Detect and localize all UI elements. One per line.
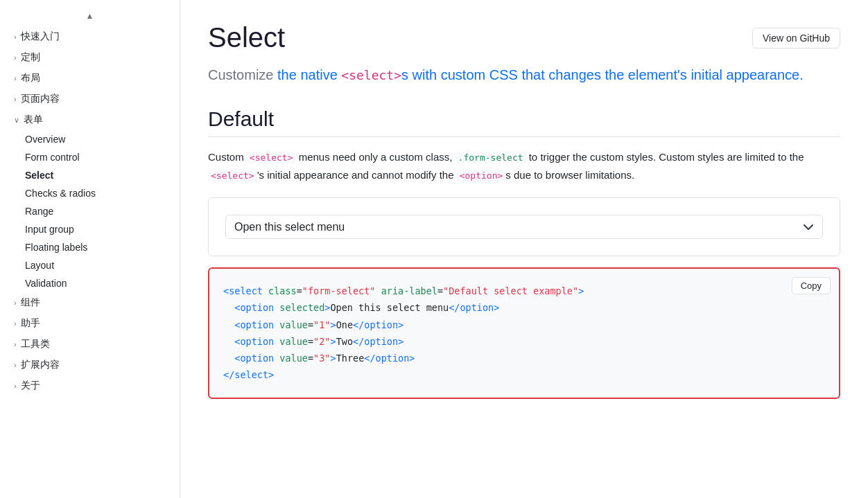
desc-text-2: menus need only a custom class, [295, 151, 455, 163]
sidebar-item-utilities[interactable]: › 工具类 [0, 334, 180, 355]
chevron-right-icon: › [14, 33, 17, 41]
sidebar-item-page-content[interactable]: › 页面内容 [0, 89, 180, 109]
desc-text-4: 's initial appearance and cannot modify … [257, 169, 457, 181]
chevron-right-icon: › [14, 53, 17, 62]
code-block-wrapper: Copy <select class="form-select" aria-la… [208, 267, 840, 399]
sidebar-item-about[interactable]: › 关于 [0, 375, 180, 396]
desc-code-select2: <select> [208, 170, 257, 181]
chevron-right-icon: › [14, 382, 17, 390]
chevron-right-icon: › [14, 340, 17, 348]
desc-code-form-select: .form-select [455, 152, 526, 163]
sidebar-label: 扩展内容 [21, 359, 60, 371]
chevron-right-icon: › [14, 74, 17, 82]
sidebar-label: 关于 [21, 380, 40, 392]
sidebar-subitem-overview[interactable]: Overview [0, 130, 180, 148]
desc-code-option: <option> [457, 170, 506, 181]
sidebar-label: 组件 [21, 296, 40, 309]
chevron-right-icon: › [14, 95, 17, 103]
copy-button[interactable]: Copy [792, 277, 831, 294]
sidebar-subitem-input-group[interactable]: Input group [0, 220, 180, 238]
subtitle-plain1: Customize [208, 67, 277, 82]
page-title-row: Select View on GitHub [208, 22, 840, 53]
subtitle-code-select: <select> [341, 68, 401, 82]
sidebar-item-layout[interactable]: › 布局 [0, 68, 180, 89]
chevron-down-icon: ∨ [14, 116, 19, 125]
sidebar-label: 定制 [21, 51, 40, 64]
sidebar-item-quick-start[interactable]: › 快速入门 [0, 26, 180, 47]
main-content: Select View on GitHub Customize the nati… [180, 0, 868, 498]
chevron-right-icon: › [14, 361, 17, 369]
subtitle: Customize the native <select>s with cust… [208, 64, 840, 85]
demo-select[interactable]: Open this select menu One Two Three [225, 215, 823, 239]
desc-text-5: s due to browser limitations. [505, 169, 634, 181]
sidebar-label: 表单 [24, 114, 43, 126]
chevron-right-icon: › [14, 299, 17, 307]
sidebar-subitem-layout[interactable]: Layout [0, 256, 180, 274]
sidebar-item-forms[interactable]: ∨ 表单 [0, 109, 180, 130]
sidebar-subitem-checks-radios[interactable]: Checks & radios [0, 184, 180, 202]
github-button[interactable]: View on GitHub [752, 28, 840, 48]
desc-text-3: to trigger the custom styles. Custom sty… [526, 151, 804, 163]
subtitle-blue2: s with custom CSS that changes the eleme… [401, 67, 804, 82]
section-default-heading: Default [208, 107, 840, 137]
sidebar-label: 布局 [21, 72, 40, 85]
description-paragraph: Custom <select> menus need only a custom… [208, 148, 840, 184]
sidebar-item-customize[interactable]: › 定制 [0, 47, 180, 68]
sidebar-label: 页面内容 [21, 93, 60, 105]
scroll-indicator: ▲ [0, 8, 180, 26]
sidebar-item-extensions[interactable]: › 扩展内容 [0, 355, 180, 375]
sidebar-label: 快速入门 [21, 30, 60, 43]
code-block: <select class="form-select" aria-label="… [223, 283, 825, 384]
subtitle-blue: the native [277, 67, 341, 82]
sidebar-subitem-form-control[interactable]: Form control [0, 148, 180, 166]
sidebar-subitem-validation[interactable]: Validation [0, 274, 180, 292]
sidebar-item-helper[interactable]: › 助手 [0, 313, 180, 334]
sidebar-item-components[interactable]: › 组件 [0, 292, 180, 313]
sidebar-label: 助手 [21, 317, 40, 330]
desc-code-select: <select> [247, 152, 296, 163]
desc-text-1: Custom [208, 151, 247, 163]
sidebar-subitem-select[interactable]: Select [0, 166, 180, 184]
sidebar-label: 工具类 [21, 338, 50, 350]
demo-box: Open this select menu One Two Three [208, 197, 840, 256]
sidebar-subitem-range[interactable]: Range [0, 202, 180, 220]
sidebar-subitem-floating-labels[interactable]: Floating labels [0, 238, 180, 256]
chevron-right-icon: › [14, 319, 17, 328]
page-title: Select [208, 22, 285, 53]
sidebar: ▲ › 快速入门 › 定制 › 布局 › 页面内容 ∨ 表单 Overview … [0, 0, 180, 498]
